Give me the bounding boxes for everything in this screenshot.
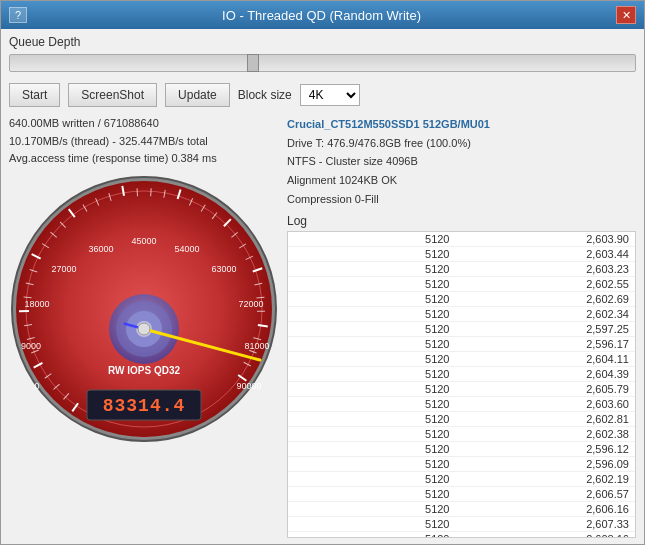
svg-text:54000: 54000 [174, 244, 199, 254]
log-col1: 5120 [288, 517, 462, 532]
stats-line2: 10.170MB/s (thread) - 325.447MB/s total [9, 133, 217, 151]
log-row: 51202,605.79 [288, 382, 635, 397]
log-col1: 5120 [288, 532, 462, 538]
main-area: 640.00MB written / 671088640 10.170MB/s … [9, 115, 636, 538]
log-row: 51202,607.33 [288, 517, 635, 532]
log-row: 51202,602.69 [288, 292, 635, 307]
queue-depth-slider[interactable] [9, 54, 636, 72]
log-row: 51202,603.90 [288, 232, 635, 247]
toolbar: Start ScreenShot Update Block size 4K 8K… [9, 83, 636, 107]
log-col2: 2,608.16 [462, 532, 636, 538]
log-col2: 2,607.33 [462, 517, 636, 532]
svg-text:83314.4: 83314.4 [103, 396, 186, 416]
log-col2: 2,596.12 [462, 442, 636, 457]
log-col1: 5120 [288, 292, 462, 307]
log-col1: 5120 [288, 307, 462, 322]
device-line2: Drive T: 476.9/476.8GB free (100.0%) [287, 134, 636, 153]
log-col2: 2,606.16 [462, 502, 636, 517]
log-col1: 5120 [288, 277, 462, 292]
log-col2: 2,602.81 [462, 412, 636, 427]
log-col1: 5120 [288, 322, 462, 337]
stats-line1: 640.00MB written / 671088640 [9, 115, 217, 133]
log-col1: 5120 [288, 262, 462, 277]
log-section: Log 51202,603.9051202,603.4451202,603.23… [287, 214, 636, 538]
log-col1: 5120 [288, 337, 462, 352]
log-table: 51202,603.9051202,603.4451202,603.235120… [288, 232, 635, 538]
svg-text:18000: 18000 [24, 299, 49, 309]
log-col2: 2,606.57 [462, 487, 636, 502]
log-row: 51202,608.16 [288, 532, 635, 538]
gauge-wrapper: 0 0 9000 18000 27000 36000 45000 54000 6… [9, 174, 279, 444]
svg-line-12 [258, 325, 268, 326]
log-col2: 2,605.79 [462, 382, 636, 397]
log-col1: 5120 [288, 502, 462, 517]
log-col2: 2,602.69 [462, 292, 636, 307]
log-col2: 2,602.55 [462, 277, 636, 292]
window-title: IO - Threaded QD (Random Write) [27, 8, 616, 23]
log-col1: 5120 [288, 412, 462, 427]
log-col2: 2,604.39 [462, 367, 636, 382]
log-col1: 5120 [288, 247, 462, 262]
log-row: 51202,596.17 [288, 337, 635, 352]
log-col1: 5120 [288, 457, 462, 472]
log-col2: 2,596.09 [462, 457, 636, 472]
log-row: 51202,602.19 [288, 472, 635, 487]
device-line4: Alignment 1024KB OK [287, 171, 636, 190]
content-area: Queue Depth Start ScreenShot Update Bloc… [1, 29, 644, 544]
right-panel: Crucial_CT512M550SSD1 512GB/MU01 Drive T… [287, 115, 636, 538]
log-col2: 2,604.11 [462, 352, 636, 367]
svg-text:27000: 27000 [51, 264, 76, 274]
log-row: 51202,606.16 [288, 502, 635, 517]
svg-text:9000: 9000 [21, 341, 41, 351]
queue-depth-section: Queue Depth [9, 35, 636, 77]
log-col2: 2,603.90 [462, 232, 636, 247]
log-row: 51202,602.38 [288, 427, 635, 442]
gauge-panel: 640.00MB written / 671088640 10.170MB/s … [9, 115, 279, 538]
log-row: 51202,604.11 [288, 352, 635, 367]
log-col2: 2,603.23 [462, 262, 636, 277]
svg-text:36000: 36000 [88, 244, 113, 254]
device-name: Crucial_CT512M550SSD1 512GB/MU01 [287, 115, 636, 134]
log-col1: 5120 [288, 487, 462, 502]
stats-line3: Avg.access time (response time) 0.384 ms [9, 150, 217, 168]
log-col2: 2,602.34 [462, 307, 636, 322]
svg-text:63000: 63000 [211, 264, 236, 274]
svg-text:72000: 72000 [238, 299, 263, 309]
log-col1: 5120 [288, 232, 462, 247]
log-col2: 2,596.17 [462, 337, 636, 352]
log-col1: 5120 [288, 352, 462, 367]
svg-point-62 [138, 323, 150, 335]
log-col2: 2,602.19 [462, 472, 636, 487]
block-size-label: Block size [238, 88, 292, 102]
log-row: 51202,602.81 [288, 412, 635, 427]
log-label: Log [287, 214, 636, 228]
log-col1: 5120 [288, 382, 462, 397]
main-window: ? IO - Threaded QD (Random Write) ✕ Queu… [0, 0, 645, 545]
log-col2: 2,603.60 [462, 397, 636, 412]
log-row: 51202,603.23 [288, 262, 635, 277]
log-row: 51202,596.09 [288, 457, 635, 472]
log-row: 51202,602.55 [288, 277, 635, 292]
log-col1: 5120 [288, 397, 462, 412]
log-row: 51202,602.34 [288, 307, 635, 322]
log-row: 51202,597.25 [288, 322, 635, 337]
log-row: 51202,603.44 [288, 247, 635, 262]
log-row: 51202,604.39 [288, 367, 635, 382]
log-col1: 5120 [288, 367, 462, 382]
close-button[interactable]: ✕ [616, 6, 636, 24]
help-button[interactable]: ? [9, 7, 27, 23]
block-size-select[interactable]: 4K 8K 16K 32K 64K 128K 256K 512K 1M [300, 84, 360, 106]
log-table-container[interactable]: 51202,603.9051202,603.4451202,603.235120… [287, 231, 636, 538]
screenshot-button[interactable]: ScreenShot [68, 83, 157, 107]
stats-text: 640.00MB written / 671088640 10.170MB/s … [9, 115, 217, 168]
svg-text:90000: 90000 [236, 381, 261, 391]
slider-container [9, 52, 636, 77]
svg-text:81000: 81000 [244, 341, 269, 351]
update-button[interactable]: Update [165, 83, 230, 107]
start-button[interactable]: Start [9, 83, 60, 107]
svg-text:RW IOPS QD32: RW IOPS QD32 [108, 365, 180, 376]
log-row: 51202,596.12 [288, 442, 635, 457]
log-col1: 5120 [288, 442, 462, 457]
svg-text:45000: 45000 [131, 236, 156, 246]
log-col2: 2,602.38 [462, 427, 636, 442]
